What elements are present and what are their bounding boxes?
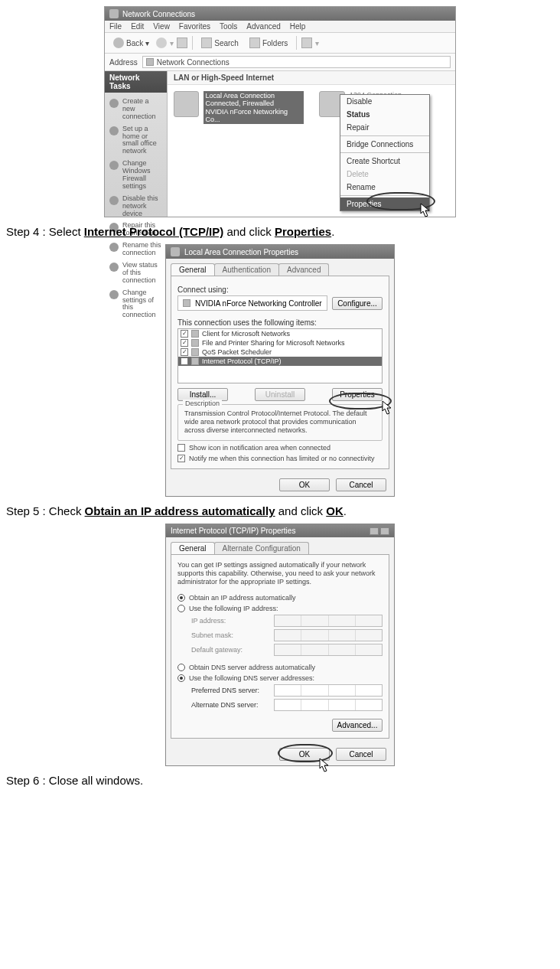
menu-view[interactable]: View [153,22,170,31]
ctx-status[interactable]: Status [340,108,429,121]
items-listbox[interactable]: Client for Microsoft Networks File and P… [177,328,383,383]
task-label: Change settings of this connection [122,289,162,320]
ctx-properties[interactable]: Properties [340,197,429,210]
window-title: Network Connections [122,10,195,18]
connect-using-label: Connect using: [177,285,383,294]
advanced-button[interactable]: Advanced... [332,719,383,732]
radio-use-ip[interactable]: Use the following IP address: [177,605,383,612]
checkbox-label: Show icon in notification area when conn… [189,444,330,452]
adapter-icon [183,299,190,307]
ip-fields: IP address: Subnet mask: Default gateway… [191,615,383,656]
connection-local-area[interactable]: Local Area Connection Connected, Firewal… [174,91,304,124]
cancel-button[interactable]: Cancel [336,748,386,761]
menu-favorites[interactable]: Favorites [179,22,210,31]
pref-dns-input[interactable] [274,684,383,697]
text: and click [223,225,275,238]
task-setup-network[interactable]: Set up a home or small office network [108,123,164,158]
radio-icon[interactable] [177,594,185,602]
menu-advanced[interactable]: Advanced [246,22,280,31]
field-label: IP address: [191,617,268,625]
item-label: QoS Packet Scheduler [202,348,272,356]
description-text: Transmission Control Protocol/Internet P… [184,409,376,434]
dialog-titlebar[interactable]: Internet Protocol (TCP/IP) Properties [166,524,394,537]
cancel-button[interactable]: Cancel [336,478,386,491]
checkbox-icon[interactable] [177,455,185,462]
text: and click [275,504,327,517]
checkbox-icon[interactable] [181,357,188,365]
task-disable[interactable]: Disable this network device [108,193,164,220]
radio-use-dns[interactable]: Use the following DNS server addresses: [177,674,383,682]
ctx-rename[interactable]: Rename [340,181,429,194]
dropdown-icon: ▾ [145,39,149,47]
task-rename[interactable]: Rename this connection [108,240,164,259]
task-create-connection[interactable]: Create a new connection [108,96,164,123]
ctx-bridge[interactable]: Bridge Connections [340,138,429,151]
task-status[interactable]: View status of this connection [108,259,164,287]
search-label: Search [214,39,239,47]
help-button[interactable] [370,527,379,535]
back-button[interactable]: Back ▾ [109,35,153,51]
window-titlebar[interactable]: Network Connections [105,7,455,21]
uninstall-button: Uninstall [255,388,305,401]
notify-checkbox[interactable]: Notify me when this connection has limit… [177,455,383,462]
radio-icon[interactable] [177,664,185,671]
checkbox-icon[interactable] [181,348,188,356]
conn-status: Connected, Firewalled [205,100,302,107]
ok-button[interactable]: OK [279,478,330,491]
radio-label: Use the following DNS server addresses: [189,674,314,682]
close-button[interactable] [380,527,389,535]
app-icon [109,9,119,18]
tab-alternate[interactable]: Alternate Configuration [214,542,309,554]
task-change-settings[interactable]: Change settings of this connection [108,287,164,322]
menu-file[interactable]: File [109,22,122,31]
address-input[interactable]: Network Connections [142,56,451,68]
menu-edit[interactable]: Edit [131,22,144,31]
tab-authentication[interactable]: Authentication [214,263,279,276]
radio-icon[interactable] [177,605,185,612]
list-item-tcpip[interactable]: Internet Protocol (TCP/IP) [178,357,382,366]
text-bold: OK [326,504,343,517]
subnet-row: Subnet mask: [191,629,383,641]
checkbox-icon[interactable] [177,444,185,452]
up-button[interactable] [177,38,187,48]
intro-text: You can get IP settings assigned automat… [177,561,383,586]
list-item-client[interactable]: Client for Microsoft Networks [178,329,382,338]
task-firewall[interactable]: Change Windows Firewall settings [108,158,164,193]
radio-obtain-ip[interactable]: Obtain an IP address automatically [177,594,383,602]
ctx-shortcut[interactable]: Create Shortcut [340,155,429,168]
menu-bar: File Edit View Favorites Tools Advanced … [105,21,455,33]
alt-dns-input[interactable] [274,699,383,711]
checkbox-icon[interactable] [181,339,188,347]
menu-help[interactable]: Help [290,22,306,31]
menu-tools[interactable]: Tools [220,22,237,31]
search-button[interactable]: Search [197,35,243,51]
radio-icon[interactable] [177,674,185,682]
views-button[interactable] [301,38,312,48]
text-bold: Internet Protocol (TCP/IP) [84,225,224,238]
tab-general[interactable]: General [171,263,215,276]
ctx-disable[interactable]: Disable [340,95,429,108]
dialog-titlebar[interactable]: Local Area Connection Properties [166,245,394,259]
tab-advanced[interactable]: Advanced [278,263,329,276]
address-label: Address [109,58,138,67]
component-icon [191,339,199,347]
location-icon [146,58,154,66]
show-icon-checkbox[interactable]: Show icon in notification area when conn… [177,444,383,452]
ctx-repair[interactable]: Repair [340,121,429,134]
tab-general[interactable]: General [171,542,215,554]
list-item-qos[interactable]: QoS Packet Scheduler [178,347,382,357]
component-icon [191,348,199,356]
address-bar: Address Network Connections [105,54,455,71]
forward-button[interactable] [156,38,167,48]
folders-button[interactable]: Folders [246,35,291,51]
configure-button[interactable]: Configure... [332,297,383,310]
connection-icon [174,91,199,117]
task-icon [109,196,119,205]
step-6-text: Step 6 : Close all windows. [6,774,554,787]
checkbox-icon[interactable] [181,330,188,338]
properties-button[interactable]: Properties [332,388,383,401]
tcpip-properties-dialog: Internet Protocol (TCP/IP) Properties Ge… [165,524,395,765]
radio-obtain-dns[interactable]: Obtain DNS server address automatically [177,664,383,671]
separator [192,36,193,50]
list-item-fileprint[interactable]: File and Printer Sharing for Microsoft N… [178,338,382,347]
